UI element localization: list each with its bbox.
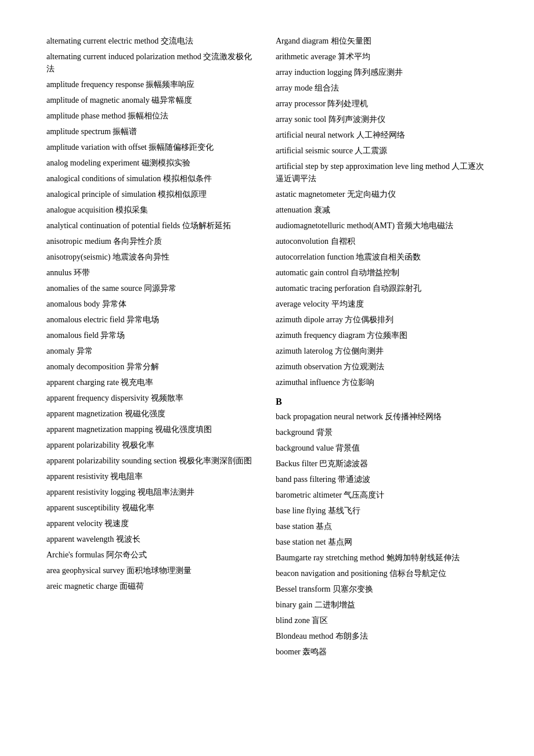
list-item: apparent velocity 视速度	[46, 517, 258, 530]
entry-english: apparent polarizability	[46, 441, 122, 449]
list-item: amplitude variation with offset 振幅随偏移距变化	[46, 141, 258, 153]
entry-chinese: 环带	[74, 268, 90, 277]
entry-chinese: 视磁化强度	[125, 409, 165, 418]
list-item: artificial seismic source 人工震源	[276, 145, 488, 157]
entry-chinese: 信标台导航定位	[389, 569, 446, 578]
entry-chinese: 振幅随偏移距变化	[149, 143, 214, 152]
entry-english: areic magnetic charge	[46, 582, 120, 591]
entry-english: anisotropy(seismic)	[46, 253, 113, 261]
entry-chinese: 异常体	[102, 300, 127, 308]
list-item: base station net 基点网	[276, 536, 488, 548]
entry-chinese: 视磁化率	[122, 503, 154, 512]
list-item: boomer 轰鸣器	[276, 646, 488, 658]
list-item: Backus filter 巴克斯滤波器	[276, 458, 488, 470]
entry-chinese: 地震波自相关函数	[356, 253, 421, 261]
list-item: artificial neural network 人工神经网络	[276, 129, 488, 141]
entry-chinese: 各向异性介质	[113, 237, 162, 246]
entry-english: analytical continuation of potential fie…	[46, 221, 182, 230]
entry-english: apparent resistivity	[46, 472, 110, 481]
list-item: anomaly decomposition 异常分解	[46, 361, 258, 373]
list-item: Blondeau method 布朗多法	[276, 630, 488, 642]
entry-chinese: 振幅相位法	[128, 111, 168, 120]
list-item: Baumgarte ray stretching method 鲍姆加特射线延伸…	[276, 552, 488, 564]
entry-english: amplitude of magnetic anomaly	[46, 96, 151, 105]
entry-chinese: 背景值	[335, 444, 360, 452]
list-item: average velocity 平均速度	[276, 298, 488, 310]
entry-english: Bessel transform	[276, 585, 333, 593]
entry-chinese: 自褶积	[331, 237, 355, 246]
entry-english: apparent susceptibility	[46, 503, 122, 512]
list-item: base line flying 基线飞行	[276, 505, 488, 517]
entry-english: base line flying	[276, 506, 328, 515]
list-item: Bessel transform 贝塞尔变换	[276, 583, 488, 595]
entry-english: array induction logging	[276, 68, 354, 77]
list-item: apparent wavelength 视波长	[46, 533, 258, 545]
list-item: apparent magnetization mapping 视磁化强度填图	[46, 423, 258, 435]
list-item: artificial step by step approximation le…	[276, 160, 488, 185]
entry-chinese: 视极化率测深剖面图	[179, 456, 252, 465]
entry-english: alternating current electric method	[46, 37, 161, 45]
entry-english: apparent magnetization	[46, 409, 125, 418]
entry-chinese: 组合法	[315, 84, 339, 92]
entry-chinese: 反传播神经网络	[385, 412, 442, 421]
entry-english: Backus filter	[276, 459, 319, 468]
entry-english: average velocity	[276, 300, 331, 308]
entry-english: apparent charging rate	[46, 378, 121, 387]
entry-chinese: 布朗多法	[335, 632, 368, 640]
entry-english: background	[276, 428, 316, 437]
entry-english: apparent wavelength	[46, 535, 116, 543]
entry-chinese: 地震波各向异性	[113, 253, 169, 261]
right-column: Argand diagram 相位矢量图arithmetic average 算…	[276, 35, 488, 661]
entry-english: blind zone	[276, 616, 312, 625]
entry-chinese: 自动跟踪射孔	[373, 284, 421, 293]
entry-english: Blondeau method	[276, 632, 335, 640]
list-item: apparent susceptibility 视磁化率	[46, 502, 258, 514]
list-item: array sonic tool 阵列声波测井仪	[276, 113, 488, 125]
entry-english: azimuthal influence	[276, 378, 342, 387]
list-item: area geophysical survey 面积地球物理测量	[46, 564, 258, 577]
entry-chinese: 背景	[316, 428, 333, 437]
section-b-label: B	[276, 397, 488, 407]
entry-chinese: 阵列处理机	[327, 99, 368, 108]
entry-chinese: 算术平均	[338, 52, 370, 61]
list-item: base station 基点	[276, 520, 488, 532]
list-item: areic magnetic charge 面磁荷	[46, 580, 258, 592]
entry-chinese: 盲区	[312, 616, 328, 625]
entry-english: automatic gain control	[276, 268, 351, 277]
entry-english: azimuth laterolog	[276, 347, 335, 355]
list-item: apparent charging rate 视充电率	[46, 376, 258, 388]
entry-chinese: 衰减	[314, 206, 330, 214]
entry-english: audiomagnetotelluric method(AMT)	[276, 221, 396, 230]
entry-chinese: 轰鸣器	[302, 647, 327, 656]
entry-english: array processor	[276, 99, 327, 108]
entry-chinese: 同源异常	[144, 284, 176, 293]
list-item: automatic tracing perforation 自动跟踪射孔	[276, 282, 488, 294]
list-item: autocorrelation function 地震波自相关函数	[276, 251, 488, 263]
entry-english: band pass filtering	[276, 475, 338, 484]
entry-english: azimuth observation	[276, 362, 344, 371]
list-item: arithmetic average 算术平均	[276, 51, 488, 63]
entry-english: apparent polarizability sounding section	[46, 456, 179, 465]
entry-chinese: 振幅频率响应	[146, 80, 194, 89]
entry-english: amplitude variation with offset	[46, 143, 149, 152]
entry-english: amplitude frequency response	[46, 80, 146, 89]
list-item: binary gain 二进制增益	[276, 599, 488, 611]
entry-english: apparent resistivity logging	[46, 488, 138, 496]
entry-chinese: 二进制增益	[315, 600, 355, 609]
entry-chinese: 人工震源	[355, 146, 387, 155]
list-item: anomalous body 异常体	[46, 298, 258, 310]
entry-chinese: 相位矢量图	[331, 37, 371, 45]
entry-english: Archie's formulas	[46, 550, 106, 559]
list-item: anomaly 异常	[46, 345, 258, 357]
entry-chinese: 阵列声波测井仪	[329, 115, 385, 124]
entry-chinese: 方位偶极排列	[345, 315, 394, 324]
list-item: azimuthal influence 方位影响	[276, 376, 488, 388]
entry-english: artificial step by step approximation le…	[276, 162, 452, 171]
entry-chinese: 人工神经网络	[356, 131, 405, 139]
entry-chinese: 视电阻率	[110, 472, 143, 481]
list-item: analogical conditions of simulation 模拟相似…	[46, 172, 258, 185]
entry-chinese: 面积地球物理测量	[127, 566, 192, 575]
list-item: back propagation neural network 反传播神经网络	[276, 411, 488, 423]
entry-chinese: 异常电场	[127, 315, 159, 324]
list-item: amplitude phase method 振幅相位法	[46, 110, 258, 122]
